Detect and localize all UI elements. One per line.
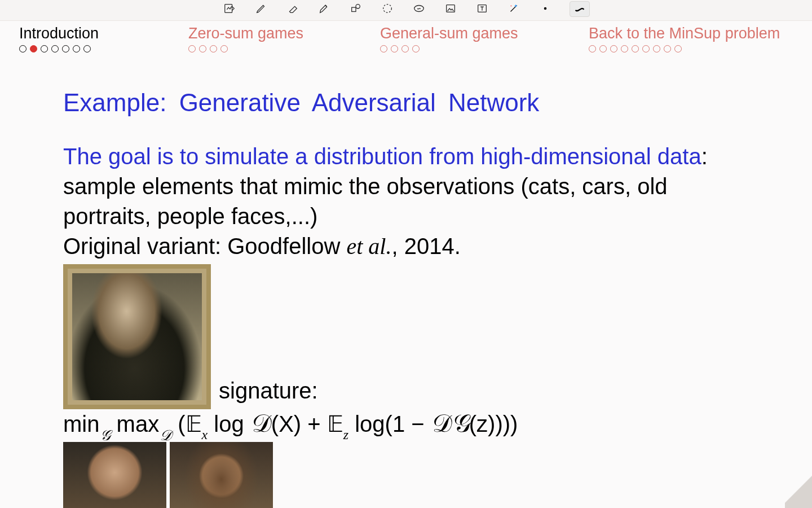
text-icon[interactable] (475, 1, 489, 16)
nav-zero-sum[interactable]: Zero-sum games (188, 25, 380, 52)
original-variant-line: Original variant: Goodfellow et al., 201… (63, 231, 750, 262)
progress-dots (380, 45, 589, 52)
signature-label: signature: (219, 378, 318, 409)
lead-rest: sample elements that mimic the observati… (63, 174, 668, 229)
progress-dots (188, 45, 380, 52)
svg-point-3 (383, 5, 392, 13)
nav-general-sum[interactable]: General-sum games (380, 25, 589, 52)
progress-dots (19, 45, 188, 52)
gan-face-2 (170, 442, 273, 508)
nav-introduction[interactable]: Introduction (19, 25, 188, 52)
orig-prefix: Original variant: Goodfellow (63, 234, 346, 259)
eraser-icon[interactable] (285, 1, 300, 16)
gan-portrait-image (63, 264, 211, 409)
image-icon[interactable] (443, 1, 458, 16)
nav-label: Zero-sum games (188, 25, 380, 41)
pencil-icon[interactable] (254, 1, 268, 16)
sticker-icon[interactable] (412, 1, 426, 16)
lead-paragraph: The goal is to simulate a distribution f… (63, 142, 750, 231)
stroke-swatch-icon[interactable] (570, 1, 590, 17)
nav-label: Introduction (19, 25, 188, 41)
page-corner-icon[interactable] (785, 472, 812, 508)
progress-dots (589, 45, 793, 52)
gan-face-1 (63, 442, 166, 508)
svg-rect-0 (225, 5, 232, 13)
nav-label: General-sum games (380, 25, 589, 41)
gan-faces-row (63, 442, 750, 508)
svg-rect-1 (352, 7, 356, 11)
insert-page-icon[interactable] (222, 1, 237, 16)
orig-ital: et al. (346, 234, 391, 259)
dot-size-icon[interactable] (538, 1, 553, 16)
lead-emphasis: The goal is to simulate a distribution f… (63, 144, 701, 169)
annotation-toolbar (0, 0, 812, 21)
portrait-row: signature: (63, 264, 750, 409)
slide-title: Example: Generative Adversarial Network (63, 89, 750, 117)
lasso-icon[interactable] (380, 1, 395, 16)
highlighter-icon[interactable] (317, 1, 332, 16)
shapes-icon[interactable] (348, 1, 363, 16)
nav-minsup[interactable]: Back to the MinSup problem (589, 25, 793, 52)
nav-label: Back to the MinSup problem (589, 25, 793, 41)
magic-icon[interactable] (506, 1, 521, 16)
slide-body: Example: Generative Adversarial Network … (0, 55, 812, 508)
gan-objective-formula: min𝒢 max𝒟 (𝔼x log 𝒟(X) + 𝔼z log(1 − 𝒟𝒢(z… (63, 409, 750, 441)
svg-point-8 (544, 7, 547, 10)
svg-point-2 (356, 5, 360, 8)
lead-colon: : (701, 144, 708, 169)
section-nav: Introduction Zero-sum games General-sum … (0, 21, 812, 55)
orig-suffix: , 2014. (391, 234, 460, 259)
svg-point-7 (511, 6, 512, 7)
